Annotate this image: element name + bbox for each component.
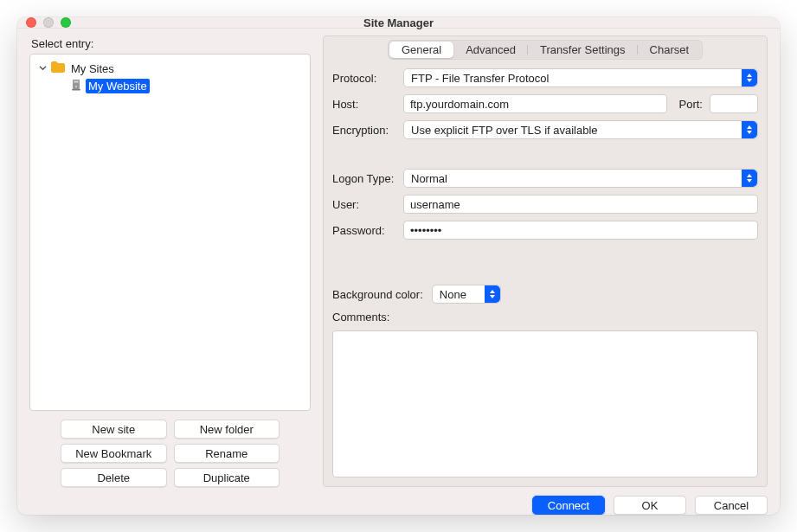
- tree-site-my-website[interactable]: My Website: [34, 77, 306, 94]
- settings-panel: General Advanced Transfer Settings Chars…: [323, 35, 768, 487]
- minimize-window-button[interactable]: [43, 17, 54, 28]
- dropdown-arrows-icon: [485, 285, 500, 303]
- encryption-select[interactable]: Use explicit FTP over TLS if available: [403, 120, 758, 139]
- connect-button[interactable]: Connect: [532, 496, 605, 515]
- tab-general[interactable]: General: [389, 42, 453, 58]
- site-tree[interactable]: My Sites My Website: [29, 54, 311, 411]
- ok-button[interactable]: OK: [614, 496, 686, 515]
- rename-button[interactable]: Rename: [174, 444, 280, 463]
- host-input[interactable]: ftp.yourdomain.com: [403, 94, 667, 113]
- svg-rect-3: [72, 89, 80, 91]
- user-input[interactable]: username: [403, 195, 758, 214]
- chevron-down-icon[interactable]: [37, 64, 48, 74]
- general-form: Protocol: FTP - File Transfer Protocol H…: [332, 68, 758, 478]
- close-window-button[interactable]: [26, 17, 36, 28]
- left-panel: Select entry: My Sites: [29, 35, 311, 487]
- host-label: Host:: [332, 98, 396, 111]
- window-title: Site Manager: [17, 17, 780, 29]
- select-entry-label: Select entry:: [31, 37, 311, 50]
- user-label: User:: [332, 198, 396, 211]
- password-input[interactable]: ••••••••: [403, 221, 758, 240]
- titlebar: Site Manager: [17, 17, 780, 29]
- encryption-label: Encryption:: [332, 124, 396, 137]
- content-area: Select entry: My Sites: [17, 29, 780, 515]
- tree-folder-my-sites[interactable]: My Sites: [34, 60, 306, 77]
- zoom-window-button[interactable]: [61, 17, 71, 28]
- dropdown-arrows-icon: [742, 69, 757, 87]
- logon-type-label: Logon Type:: [332, 172, 396, 185]
- tree-node-label: My Sites: [68, 61, 117, 76]
- dropdown-arrows-icon: [742, 121, 757, 138]
- protocol-label: Protocol:: [332, 72, 396, 85]
- tabs: General Advanced Transfer Settings Chars…: [332, 36, 758, 68]
- entry-actions: New site New folder New Bookmark Rename …: [29, 420, 311, 487]
- comments-label: Comments:: [332, 311, 758, 324]
- new-folder-button[interactable]: New folder: [174, 420, 280, 439]
- site-manager-window: Site Manager Select entry: My Sites: [17, 17, 780, 515]
- svg-point-2: [75, 86, 77, 87]
- port-label: Port:: [679, 98, 703, 111]
- tab-charset[interactable]: Charset: [638, 42, 702, 58]
- password-label: Password:: [332, 224, 396, 237]
- tree-node-label: My Website: [86, 79, 150, 93]
- server-icon: [70, 79, 82, 93]
- port-input[interactable]: [710, 94, 758, 113]
- traffic-lights: [26, 17, 71, 28]
- tab-advanced[interactable]: Advanced: [453, 42, 528, 58]
- logon-type-select[interactable]: Normal: [403, 169, 758, 188]
- background-color-select[interactable]: None: [432, 285, 501, 304]
- comments-textarea[interactable]: [332, 330, 758, 478]
- delete-button[interactable]: Delete: [61, 468, 167, 487]
- folder-icon: [51, 61, 65, 75]
- duplicate-button[interactable]: Duplicate: [174, 468, 280, 487]
- cancel-button[interactable]: Cancel: [695, 496, 768, 515]
- new-bookmark-button[interactable]: New Bookmark: [61, 444, 167, 463]
- dropdown-arrows-icon: [742, 170, 757, 187]
- svg-rect-1: [74, 80, 79, 82]
- protocol-select[interactable]: FTP - File Transfer Protocol: [403, 68, 758, 87]
- new-site-button[interactable]: New site: [61, 420, 167, 439]
- background-color-label: Background color:: [332, 288, 423, 301]
- dialog-footer: Connect OK Cancel: [29, 487, 768, 515]
- tab-transfer-settings[interactable]: Transfer Settings: [528, 42, 638, 58]
